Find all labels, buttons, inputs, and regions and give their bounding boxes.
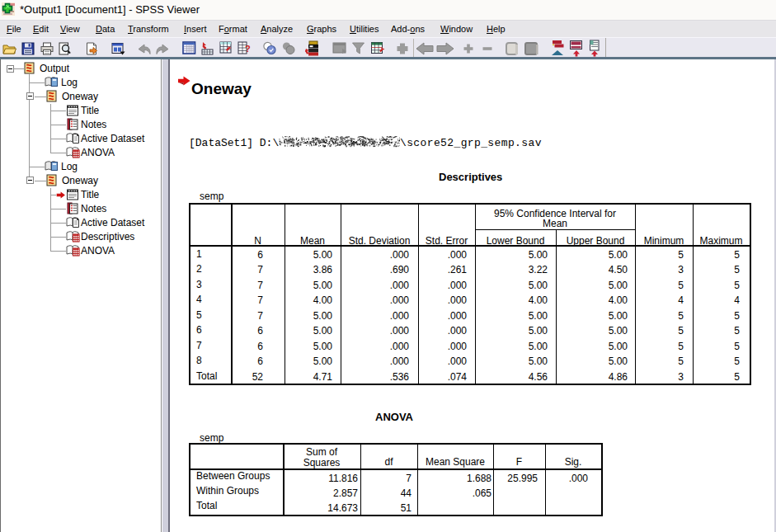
- svg-text:?: ?: [245, 44, 251, 54]
